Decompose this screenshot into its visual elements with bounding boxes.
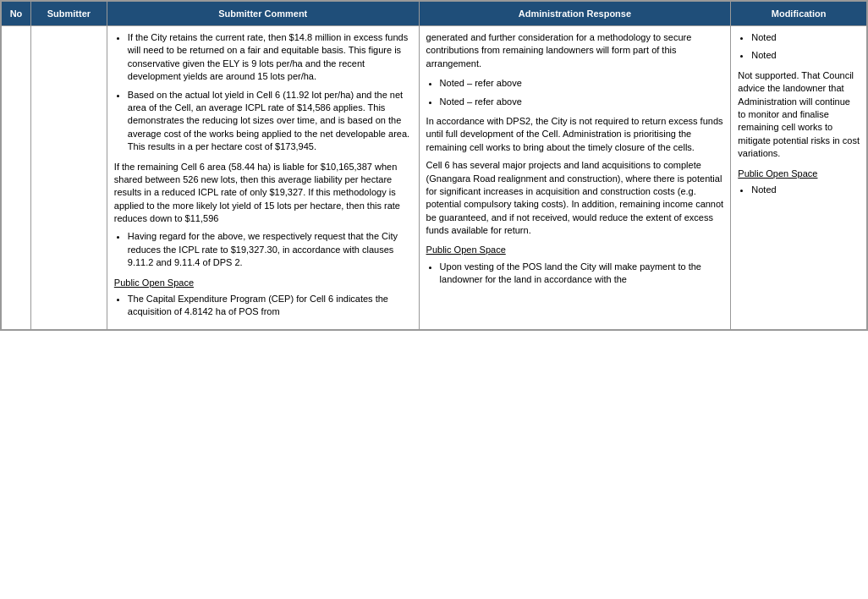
header-no: No — [2, 2, 31, 26]
header-response: Administration Response — [419, 2, 731, 26]
cell-response: generated and further consideration for … — [419, 26, 731, 330]
cell-no — [2, 26, 31, 330]
comment-bullet-3: Having regard for the above, we respecti… — [128, 230, 412, 269]
comment-section-header: Public Open Space — [114, 277, 412, 289]
header-modification: Modification — [731, 2, 867, 26]
response-paragraph-1: In accordance with DPS2, the City is not… — [426, 115, 724, 154]
response-top-text: generated and further consideration for … — [426, 31, 724, 70]
comment-paragraph: If the remaining Cell 6 area (58.44 ha) … — [114, 161, 412, 226]
main-table: No Submitter Submitter Comment Administr… — [1, 1, 867, 330]
header-submitter: Submitter — [30, 2, 107, 26]
comment-bullet-1: If the City retains the current rate, th… — [128, 31, 412, 84]
mod-section-header: Public Open Space — [738, 168, 860, 180]
mod-section-bullet-1: Noted — [751, 184, 860, 196]
mod-bullet-1: Noted — [751, 31, 860, 44]
response-section-bullet-1: Upon vesting of the POS land the City wi… — [440, 261, 724, 287]
response-bullet-2: Noted – refer above — [440, 96, 724, 108]
table-row: If the City retains the current rate, th… — [2, 26, 867, 330]
cell-submitter — [30, 26, 107, 330]
comment-section-bullet-1: The Capital Expenditure Program (CEP) fo… — [128, 293, 412, 319]
comment-bullet-2: Based on the actual lot yield in Cell 6 … — [128, 89, 412, 154]
cell-comment: If the City retains the current rate, th… — [107, 26, 419, 330]
mod-bullet-2: Noted — [751, 49, 860, 62]
response-section-header: Public Open Space — [426, 244, 724, 256]
response-paragraph-2: Cell 6 has several major projects and la… — [426, 159, 724, 237]
response-bullet-1: Noted – refer above — [440, 77, 724, 90]
cell-modification: Noted Noted Not supported. That Council … — [731, 26, 867, 330]
mod-paragraph: Not supported. That Council advice the l… — [738, 69, 860, 161]
header-comment: Submitter Comment — [107, 2, 419, 26]
